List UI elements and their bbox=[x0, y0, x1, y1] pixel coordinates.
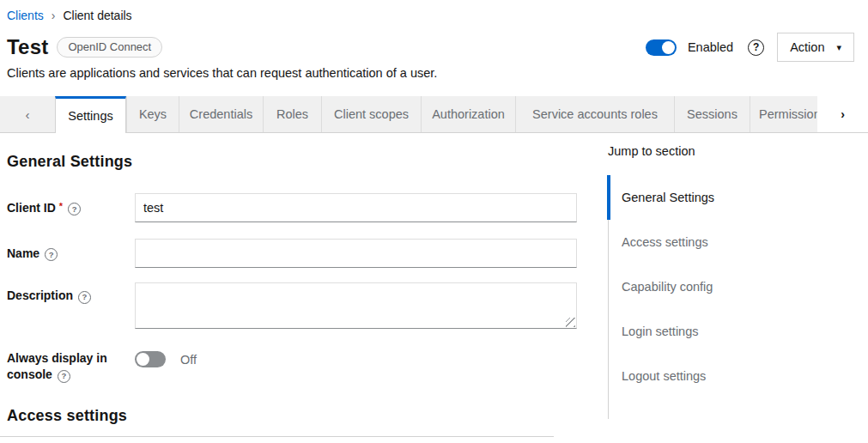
description-help-icon[interactable]: ? bbox=[78, 291, 91, 304]
jump-to-section-title: Jump to section bbox=[608, 144, 831, 158]
settings-form: General Settings Client ID*? Name? Descr… bbox=[0, 133, 577, 437]
name-row: Name? bbox=[7, 239, 577, 268]
page-title: Test bbox=[7, 35, 48, 59]
breadcrumb-separator-icon: › bbox=[52, 9, 56, 22]
always-display-help-icon[interactable]: ? bbox=[58, 370, 70, 383]
enabled-toggle[interactable] bbox=[646, 39, 677, 56]
description-row: Description? bbox=[7, 282, 577, 329]
jump-to-section-nav: Jump to section General Settings Access … bbox=[608, 133, 831, 419]
toggle-knob bbox=[137, 353, 149, 366]
jump-link-capability-config[interactable]: Capability config bbox=[609, 264, 831, 309]
tab-client-scopes[interactable]: Client scopes bbox=[321, 96, 421, 132]
always-display-state-label: Off bbox=[180, 353, 197, 367]
section-divider bbox=[0, 436, 554, 437]
name-help-icon[interactable]: ? bbox=[45, 248, 58, 261]
textarea-resize-handle[interactable] bbox=[566, 318, 575, 327]
jump-link-access-settings[interactable]: Access settings bbox=[609, 220, 831, 264]
breadcrumb-current: Client details bbox=[63, 9, 131, 22]
description-textarea[interactable] bbox=[135, 282, 577, 329]
protocol-badge: OpenID Connect bbox=[57, 37, 162, 58]
tab-roles[interactable]: Roles bbox=[263, 96, 321, 132]
client-id-label-text: Client ID bbox=[7, 201, 56, 215]
client-id-help-icon[interactable]: ? bbox=[68, 203, 81, 215]
jump-link-login-settings[interactable]: Login settings bbox=[609, 309, 831, 354]
name-input[interactable] bbox=[135, 239, 577, 268]
caret-down-icon: ▾ bbox=[836, 43, 841, 52]
client-header: Test OpenID Connect Enabled ? Action ▾ bbox=[0, 33, 868, 62]
tab-settings[interactable]: Settings bbox=[55, 96, 126, 133]
tabs-scroll-right-button[interactable]: › bbox=[817, 96, 868, 132]
description-label: Description? bbox=[7, 282, 135, 304]
tab-service-accounts-roles[interactable]: Service accounts roles bbox=[515, 96, 674, 132]
jump-link-general-settings[interactable]: General Settings bbox=[607, 175, 831, 220]
chevron-left-icon: ‹ bbox=[26, 107, 30, 122]
tab-authorization[interactable]: Authorization bbox=[421, 96, 515, 132]
jump-link-logout-settings[interactable]: Logout settings bbox=[609, 354, 831, 398]
description-label-text: Description bbox=[7, 288, 73, 302]
tabs-scroll-left-button[interactable]: ‹ bbox=[0, 96, 55, 132]
client-id-row: Client ID*? bbox=[7, 193, 577, 222]
tab-keys[interactable]: Keys bbox=[126, 96, 179, 132]
action-dropdown-button[interactable]: Action ▾ bbox=[777, 33, 854, 62]
client-id-input[interactable] bbox=[135, 193, 577, 222]
breadcrumb-link-clients[interactable]: Clients bbox=[7, 9, 44, 22]
client-tabs: ‹ Settings Keys Credentials Roles Client… bbox=[0, 96, 868, 133]
always-display-toggle[interactable] bbox=[135, 351, 166, 367]
client-description-text: Clients are applications and services th… bbox=[0, 66, 868, 80]
always-display-row: Always display in console? Off bbox=[7, 350, 577, 383]
tab-credentials[interactable]: Credentials bbox=[179, 96, 263, 132]
jump-links-list: General Settings Access settings Capabil… bbox=[608, 175, 831, 419]
required-indicator: * bbox=[59, 201, 63, 211]
chevron-right-icon: › bbox=[841, 107, 845, 121]
client-id-label: Client ID*? bbox=[7, 200, 135, 216]
toggle-knob bbox=[662, 41, 675, 54]
name-label: Name? bbox=[7, 246, 135, 262]
settings-tab-content: General Settings Client ID*? Name? Descr… bbox=[0, 133, 868, 437]
action-dropdown-label: Action bbox=[790, 40, 824, 54]
access-settings-heading: Access settings bbox=[7, 407, 577, 425]
help-icon[interactable]: ? bbox=[748, 39, 764, 56]
tab-sessions[interactable]: Sessions bbox=[674, 96, 750, 132]
tab-permissions[interactable]: Permissions bbox=[750, 96, 817, 132]
general-settings-heading: General Settings bbox=[7, 153, 577, 171]
breadcrumb: Clients › Client details bbox=[0, 0, 868, 22]
name-label-text: Name bbox=[7, 246, 39, 260]
enabled-toggle-label: Enabled bbox=[688, 40, 733, 54]
always-display-label: Always display in console? bbox=[7, 350, 112, 383]
